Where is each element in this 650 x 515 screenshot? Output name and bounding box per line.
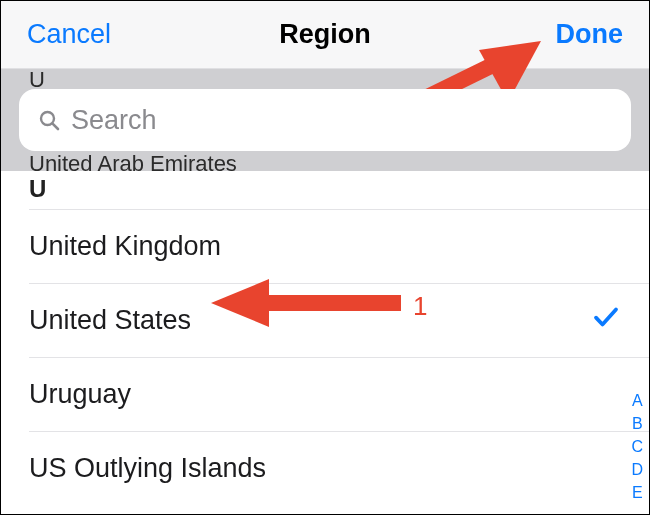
search-area: U Search United Arab Emirates	[1, 69, 649, 171]
modal-title: Region	[127, 19, 523, 50]
list-item-us-outlying-islands[interactable]: US Outlying Islands	[1, 431, 649, 505]
index-letter[interactable]: D	[631, 462, 643, 478]
index-letter[interactable]: A	[632, 393, 643, 409]
index-letter[interactable]: B	[632, 416, 643, 432]
region-label: US Outlying Islands	[29, 453, 266, 484]
region-list[interactable]: U United Kingdom United States Uruguay U…	[1, 171, 649, 505]
alpha-index[interactable]: A B C D E	[631, 393, 643, 501]
checkmark-icon	[591, 302, 621, 339]
region-label: United States	[29, 305, 191, 336]
region-label: Uruguay	[29, 379, 131, 410]
svg-line-1	[53, 124, 58, 129]
list-item-uruguay[interactable]: Uruguay	[1, 357, 649, 431]
list-item-united-kingdom[interactable]: United Kingdom	[1, 209, 649, 283]
search-input[interactable]: Search	[19, 89, 631, 151]
search-placeholder: Search	[71, 105, 157, 136]
search-icon	[37, 108, 61, 132]
section-header: U	[1, 171, 649, 209]
index-letter[interactable]: E	[632, 485, 643, 501]
region-label: United Kingdom	[29, 231, 221, 262]
index-letter[interactable]: C	[631, 439, 643, 455]
cancel-button[interactable]: Cancel	[27, 19, 127, 50]
modal-nav-bar: Cancel Region Done	[1, 1, 649, 69]
list-item-united-states[interactable]: United States	[1, 283, 649, 357]
done-button[interactable]: Done	[523, 19, 623, 50]
